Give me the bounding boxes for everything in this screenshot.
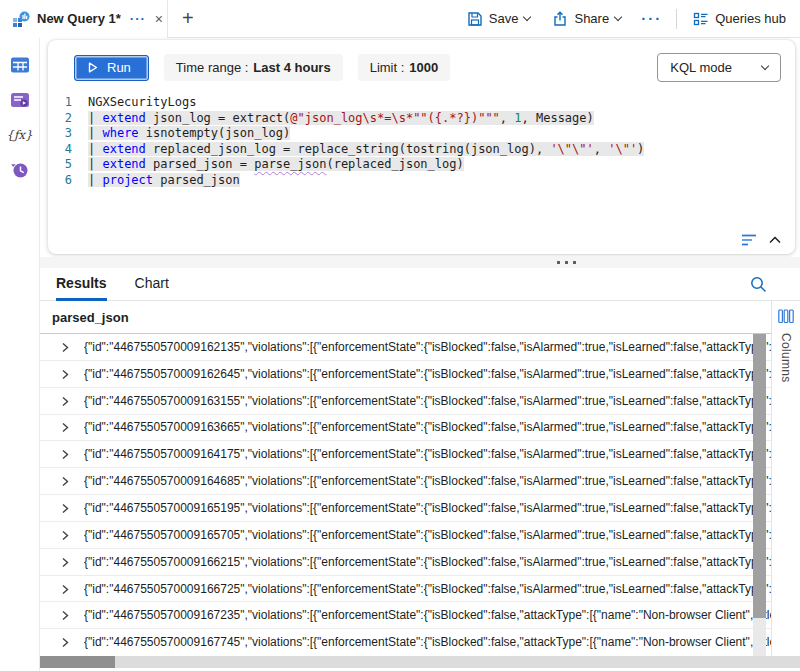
row-json-text: {"id":"4467550570009165705","violations"… (84, 528, 771, 542)
expand-row-chevron-icon[interactable] (60, 342, 70, 353)
tab-title: New Query 1* (37, 11, 121, 26)
expand-row-chevron-icon[interactable] (60, 422, 70, 433)
left-rail: {ƒx} (0, 38, 40, 671)
queries-hub-icon (693, 11, 709, 27)
table-row[interactable]: {"id":"4467550570009165195","violations"… (40, 495, 771, 522)
column-header-row[interactable]: parsed_json (40, 301, 771, 334)
table-row[interactable]: {"id":"4467550570009166215","violations"… (40, 549, 771, 576)
more-actions-button[interactable]: ··· (637, 10, 666, 27)
horizontal-scrollbar-thumb[interactable] (40, 656, 115, 668)
table-row[interactable]: {"id":"4467550570009165705","violations"… (40, 522, 771, 549)
collapse-editor-icon[interactable] (767, 233, 783, 247)
row-json-text: {"id":"4467550570009167235","violations"… (84, 608, 771, 622)
table-row[interactable]: {"id":"4467550570009162645","violations"… (40, 361, 771, 388)
query-mode-value: KQL mode (670, 60, 732, 75)
expand-row-chevron-icon[interactable] (60, 557, 70, 568)
row-json-text: {"id":"4467550570009164685","violations"… (84, 474, 771, 488)
expand-row-chevron-icon[interactable] (60, 369, 70, 380)
expand-row-chevron-icon[interactable] (60, 503, 70, 514)
expand-row-chevron-icon[interactable] (60, 637, 70, 648)
actions-divider (676, 9, 677, 29)
table-row[interactable]: {"id":"4467550570009167235","violations"… (40, 602, 771, 629)
functions-pane-icon[interactable]: {ƒx} (9, 124, 31, 146)
search-icon[interactable] (750, 276, 767, 297)
results-rows: {"id":"4467550570009162135","violations"… (40, 334, 771, 655)
row-json-text: {"id":"4467550570009166215","violations"… (84, 555, 771, 569)
limit-picker[interactable]: Limit : 1000 (358, 54, 451, 81)
mode-chevron-down-icon (761, 61, 769, 69)
tab-chart[interactable]: Chart (135, 268, 169, 301)
expand-row-chevron-icon[interactable] (60, 476, 70, 487)
tables-pane-icon[interactable] (9, 54, 31, 76)
save-button[interactable]: Save (461, 7, 537, 31)
time-range-value: Last 4 hours (253, 60, 330, 75)
format-lines-icon[interactable] (741, 233, 758, 247)
row-json-text: {"id":"4467550570009164175","violations"… (84, 447, 771, 461)
top-actions: Save Share ··· (461, 7, 800, 31)
query-tab[interactable]: New Query 1* ··· × (0, 0, 168, 38)
row-json-text: {"id":"4467550570009167745","violations"… (84, 635, 771, 649)
time-range-picker[interactable]: Time range : Last 4 hours (164, 54, 343, 81)
share-chevron-down-icon (614, 12, 622, 20)
row-json-text: {"id":"4467550570009162135","violations"… (84, 340, 771, 354)
code-lines: NGXSecurityLogs| extend json_log = extra… (88, 95, 644, 189)
top-bar: New Query 1* ··· × + Save Shar (0, 0, 800, 38)
columns-panel-label: Columns (779, 333, 793, 382)
row-json-text: {"id":"4467550570009165195","violations"… (84, 501, 771, 515)
editor-corner-actions (741, 233, 783, 247)
adx-query-icon (12, 10, 30, 28)
row-json-text: {"id":"4467550570009166725","violations"… (84, 582, 771, 596)
limit-label: Limit : (370, 60, 405, 75)
table-row[interactable]: {"id":"4467550570009164175","violations"… (40, 441, 771, 468)
limit-value: 1000 (409, 60, 438, 75)
share-button[interactable]: Share (546, 7, 627, 31)
row-json-text: {"id":"4467550570009163155","violations"… (84, 394, 771, 408)
row-json-text: {"id":"4467550570009162645","violations"… (84, 367, 771, 381)
tab-close-icon[interactable]: × (155, 11, 163, 27)
row-json-text: {"id":"4467550570009163665","violations"… (84, 420, 771, 434)
column-header-parsed-json: parsed_json (52, 310, 129, 325)
expand-row-chevron-icon[interactable] (60, 584, 70, 595)
run-label: Run (107, 60, 131, 75)
table-row[interactable]: {"id":"4467550570009162135","violations"… (40, 334, 771, 361)
pane-splitter[interactable] (40, 257, 800, 268)
history-pane-icon[interactable] (9, 159, 31, 181)
save-label: Save (489, 11, 519, 26)
share-label: Share (574, 11, 609, 26)
save-chevron-down-icon (523, 12, 531, 20)
play-icon (88, 62, 98, 73)
editor-toolbar: Run Time range : Last 4 hours Limit : 10… (48, 40, 795, 92)
sample-queries-pane-icon[interactable] (9, 89, 31, 111)
results-pane: Results Chart parsed_json {"id":"4467550… (40, 268, 800, 671)
table-row[interactable]: {"id":"4467550570009167745","violations"… (40, 629, 771, 655)
table-row[interactable]: {"id":"4467550570009164685","violations"… (40, 468, 771, 495)
query-editor[interactable]: 123456 NGXSecurityLogs| extend json_log … (48, 92, 795, 189)
vertical-scrollbar-thumb[interactable] (753, 334, 766, 618)
time-range-label: Time range : (176, 60, 249, 75)
share-icon (552, 11, 568, 27)
vertical-scrollbar[interactable] (753, 334, 766, 656)
queries-hub-button[interactable]: Queries hub (687, 7, 792, 31)
results-tab-bar: Results Chart (40, 268, 800, 301)
expand-row-chevron-icon[interactable] (60, 396, 70, 407)
columns-side-panel[interactable]: Columns (771, 301, 800, 656)
run-button[interactable]: Run (74, 55, 149, 81)
table-row[interactable]: {"id":"4467550570009163665","violations"… (40, 415, 771, 442)
queries-hub-label: Queries hub (715, 11, 786, 26)
query-mode-select[interactable]: KQL mode (657, 53, 781, 82)
table-row[interactable]: {"id":"4467550570009166725","violations"… (40, 576, 771, 603)
expand-row-chevron-icon[interactable] (60, 610, 70, 621)
table-row[interactable]: {"id":"4467550570009163155","violations"… (40, 388, 771, 415)
expand-row-chevron-icon[interactable] (60, 530, 70, 541)
new-tab-button[interactable]: + (182, 7, 194, 30)
tab-more-menu[interactable]: ··· (130, 11, 146, 26)
save-icon (467, 11, 483, 27)
expand-row-chevron-icon[interactable] (60, 449, 70, 460)
query-editor-card: Run Time range : Last 4 hours Limit : 10… (48, 40, 795, 254)
horizontal-scrollbar[interactable] (40, 656, 800, 668)
tab-results[interactable]: Results (56, 268, 107, 301)
splitter-handle-icon[interactable] (557, 261, 576, 264)
line-numbers: 123456 (48, 95, 72, 189)
columns-icon (778, 309, 794, 324)
